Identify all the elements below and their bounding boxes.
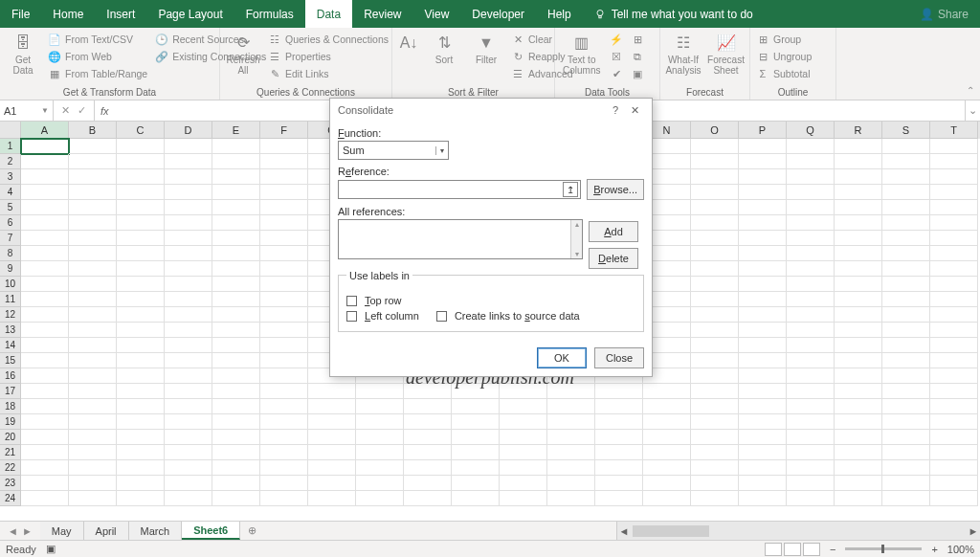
expand-formula-bar[interactable]: ⌄ — [965, 100, 980, 121]
row-header[interactable]: 12 — [0, 307, 21, 323]
cell[interactable] — [739, 368, 787, 384]
cell[interactable] — [212, 185, 260, 200]
cell[interactable] — [452, 476, 500, 491]
flash-fill[interactable]: ⚡ — [608, 32, 625, 47]
left-column-checkbox[interactable]: Left column — [346, 310, 419, 322]
cell[interactable] — [882, 139, 930, 154]
cell[interactable] — [404, 430, 452, 445]
cell[interactable] — [117, 430, 165, 445]
cell[interactable] — [212, 460, 260, 476]
cell[interactable] — [21, 200, 69, 215]
cell[interactable] — [212, 154, 260, 169]
cell[interactable] — [21, 460, 69, 476]
horizontal-scrollbar[interactable]: ◄ ► — [616, 522, 980, 540]
row-header[interactable]: 9 — [0, 261, 21, 277]
cell[interactable] — [69, 445, 117, 460]
cell[interactable] — [739, 277, 787, 292]
cell[interactable] — [739, 476, 787, 491]
cell[interactable] — [835, 460, 882, 476]
cell[interactable] — [500, 384, 547, 399]
cell[interactable] — [165, 491, 212, 506]
cell[interactable] — [787, 231, 835, 246]
cell[interactable] — [21, 277, 69, 292]
tell-me-search[interactable]: Tell me what you want to do — [583, 0, 765, 28]
data-validation[interactable]: ✔ — [608, 66, 625, 81]
cell[interactable] — [930, 154, 978, 169]
cell[interactable] — [69, 277, 117, 292]
queries-connections[interactable]: ☷Queries & Connections — [266, 32, 390, 47]
cell[interactable] — [404, 491, 452, 506]
cell[interactable] — [212, 414, 260, 430]
cell[interactable] — [739, 460, 787, 476]
column-header[interactable]: R — [835, 122, 882, 139]
tab-insert[interactable]: Insert — [95, 0, 146, 28]
cell[interactable] — [787, 215, 835, 231]
cell[interactable] — [787, 200, 835, 215]
cell[interactable] — [165, 185, 212, 200]
cell[interactable] — [69, 460, 117, 476]
column-header[interactable]: D — [165, 122, 212, 139]
cell[interactable] — [165, 246, 212, 261]
page-layout-view-button[interactable] — [784, 543, 801, 556]
name-box[interactable]: A1 ▼ — [0, 100, 54, 121]
cell[interactable] — [260, 261, 308, 277]
row-header[interactable]: 3 — [0, 169, 21, 185]
cell[interactable] — [930, 307, 978, 323]
cell[interactable] — [117, 460, 165, 476]
cell[interactable] — [117, 169, 165, 185]
cell[interactable] — [691, 292, 739, 307]
cell[interactable] — [260, 169, 308, 185]
cell[interactable] — [69, 154, 117, 169]
cell[interactable] — [356, 384, 404, 399]
row-header[interactable]: 13 — [0, 323, 21, 338]
cell[interactable] — [787, 261, 835, 277]
cell[interactable] — [739, 445, 787, 460]
cell[interactable] — [117, 323, 165, 338]
cell[interactable] — [882, 414, 930, 430]
cell[interactable] — [212, 491, 260, 506]
cell[interactable] — [547, 430, 595, 445]
cell[interactable] — [117, 200, 165, 215]
cell[interactable] — [882, 231, 930, 246]
zoom-in-button[interactable]: + — [931, 544, 937, 555]
cell[interactable] — [691, 215, 739, 231]
cell[interactable] — [165, 414, 212, 430]
cell[interactable] — [547, 491, 595, 506]
cell[interactable] — [212, 445, 260, 460]
cell[interactable] — [260, 323, 308, 338]
scroll-thumb[interactable] — [633, 525, 709, 537]
cell[interactable] — [21, 185, 69, 200]
cell[interactable] — [117, 338, 165, 353]
cell[interactable] — [69, 307, 117, 323]
cell[interactable] — [500, 476, 547, 491]
cell[interactable] — [165, 292, 212, 307]
cell[interactable] — [643, 445, 691, 460]
new-sheet-button[interactable]: ⊕ — [240, 522, 263, 540]
cell[interactable] — [21, 261, 69, 277]
zoom-slider[interactable] — [845, 547, 922, 550]
cell[interactable] — [835, 399, 882, 414]
cell[interactable] — [739, 414, 787, 430]
cell[interactable] — [308, 491, 356, 506]
cell[interactable] — [260, 307, 308, 323]
tab-file[interactable]: File — [0, 0, 41, 28]
cell[interactable] — [835, 169, 882, 185]
cell[interactable] — [739, 169, 787, 185]
cell[interactable] — [882, 261, 930, 277]
cell[interactable] — [165, 338, 212, 353]
cell[interactable] — [212, 246, 260, 261]
cell[interactable] — [500, 430, 547, 445]
cell[interactable] — [212, 353, 260, 368]
cell[interactable] — [691, 323, 739, 338]
collapse-ribbon-icon[interactable]: ⌃ — [967, 85, 974, 96]
cell[interactable] — [21, 292, 69, 307]
from-web[interactable]: 🌐From Web — [46, 49, 149, 64]
cell[interactable] — [787, 399, 835, 414]
refresh-all-button[interactable]: ⟳ Refresh All — [224, 32, 262, 78]
cell[interactable] — [882, 476, 930, 491]
cell[interactable] — [882, 460, 930, 476]
sort-button[interactable]: ⇅Sort — [425, 32, 463, 67]
cell[interactable] — [260, 215, 308, 231]
sort-asc-button[interactable]: A↓ — [396, 32, 421, 55]
cell[interactable] — [500, 414, 547, 430]
